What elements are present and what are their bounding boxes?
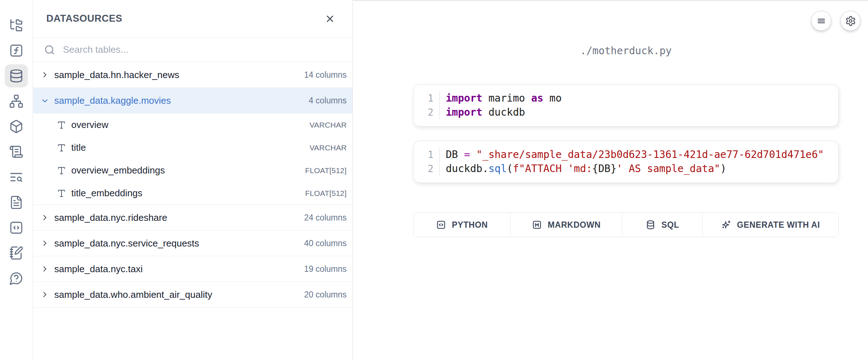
package-box-icon [5,115,28,138]
line-number: 1 [414,91,433,106]
table-column-count: 24 columns [304,213,347,223]
table-name: sample_data.nyc.rideshare [54,212,167,223]
text-search-icon [5,166,28,189]
code-token: marimo [482,92,531,104]
code-token [470,149,476,160]
add-cell-bar: PYTHON MARKDOWN SQL GENERATE WITH AI [413,213,839,237]
add-sql-cell-button[interactable]: SQL [622,213,703,237]
table-name: sample_data.kaggle.movies [54,95,171,106]
network-icon [5,90,28,113]
rail-item-datasources[interactable] [4,63,29,89]
code-editor[interactable]: import marimo as mo import duckdb [440,91,562,119]
notebook-area: ./motherduck.py 1 2 import marimo as mo … [353,0,868,360]
table-name: sample_data.hn.hacker_news [54,69,179,81]
rail-item-snippets[interactable] [4,215,29,240]
column-row-overview-embeddings[interactable]: overview_embeddings FLOAT[512] [33,159,352,182]
code-token: sql [488,163,507,175]
chevron-right-icon [41,265,49,273]
rail-item-variables[interactable] [4,38,29,63]
code-token: = [464,149,470,160]
code-square-icon [5,216,28,239]
type-text-icon [57,120,66,130]
notebook-pen-icon [5,241,28,265]
close-panel-button[interactable] [322,11,338,27]
table-row-who-ambient-air-quality[interactable]: sample_data.who.ambient_air_quality 20 c… [33,282,352,308]
rail-item-dependencies[interactable] [4,89,29,114]
column-type: VARCHAR [309,143,347,152]
table-column-count: 19 columns [304,264,347,274]
search-tables-input[interactable] [63,44,347,55]
help-chat-icon [5,267,28,290]
scroll-text-icon [5,140,28,163]
column-name: title [71,142,86,153]
settings-button[interactable] [841,11,860,31]
add-cell-label: GENERATE WITH AI [737,220,820,230]
column-name: title_embeddings [71,188,143,199]
table-column-count: 4 columns [309,96,347,106]
code-line: import marimo as mo [446,91,562,106]
line-number-gutter: 1 2 [414,148,440,176]
chevron-right-icon [41,70,49,79]
code-token: mo [543,92,562,104]
code-line: DB = "_share/sample_data/23b0d623-1361-4… [446,148,824,162]
menu-icon [816,16,827,26]
function-square-icon [5,39,28,62]
chevron-right-icon [41,213,49,222]
search-icon [44,44,55,55]
code-token: duckdb [482,106,525,118]
add-markdown-cell-button[interactable]: MARKDOWN [511,213,622,237]
icon-rail [0,0,33,360]
rail-item-packages[interactable] [4,114,29,139]
chevron-right-icon [41,290,49,299]
table-row-nyc-rideshare[interactable]: sample_data.nyc.rideshare 24 columns [33,205,352,231]
code-token: ( [507,163,513,175]
type-text-icon [57,189,66,198]
settings-gear-icon [845,16,856,26]
code-token: DB [446,149,464,160]
add-cell-label: PYTHON [452,220,488,230]
column-row-overview[interactable]: overview VARCHAR [33,113,352,136]
table-row-nyc-service-requests[interactable]: sample_data.nyc.service_requests 40 colu… [33,231,352,256]
database-icon [5,64,28,87]
type-text-icon [57,166,66,175]
rail-item-help[interactable] [4,266,29,291]
add-python-cell-button[interactable]: PYTHON [414,213,511,237]
table-name: sample_data.nyc.taxi [54,263,143,275]
file-tree-icon [5,14,28,37]
code-token: f"ATTACH 'md: [513,163,592,175]
table-row-kaggle-movies[interactable]: sample_data.kaggle.movies 4 columns [33,88,352,113]
table-name: sample_data.nyc.service_requests [54,238,199,249]
add-cell-label: MARKDOWN [548,220,601,230]
generate-with-ai-button[interactable]: GENERATE WITH AI [703,213,838,237]
chevron-right-icon [41,239,49,248]
close-icon [325,13,335,24]
table-column-count: 20 columns [304,290,347,300]
code-square-icon [436,220,446,230]
table-name: sample_data.who.ambient_air_quality [54,289,212,300]
window-top-strip [353,0,868,1]
table-row-hacker-news[interactable]: sample_data.hn.hacker_news 14 columns [33,62,352,88]
code-cell-attach-db: 1 2 DB = "_share/sample_data/23b0d623-13… [413,141,839,183]
line-number: 2 [414,162,433,176]
panel-title: DATASOURCES [46,13,122,24]
code-editor[interactable]: DB = "_share/sample_data/23b0d623-1361-4… [440,148,824,176]
column-row-title-embeddings[interactable]: title_embeddings FLOAT[512] [33,182,352,205]
code-token: as [531,92,543,104]
rail-item-scratchpad[interactable] [4,240,29,266]
column-row-title[interactable]: title VARCHAR [33,136,352,159]
notebook-menu-button[interactable] [811,11,831,31]
chevron-down-icon [41,97,49,105]
code-line: duckdb.sql(f"ATTACH 'md:{DB}' AS sample_… [446,162,824,176]
rail-item-documentation[interactable] [4,190,29,215]
code-token: import [446,92,482,104]
database-icon [645,220,656,230]
rail-item-outline[interactable] [4,139,29,164]
rail-item-logs[interactable] [4,164,29,190]
rail-item-file-explorer[interactable] [4,13,29,38]
table-column-count: 14 columns [304,70,347,80]
notebook-filename[interactable]: ./motherduck.py [413,45,839,57]
column-name: overview_embeddings [71,165,165,176]
add-cell-label: SQL [661,220,679,230]
table-search-row [33,38,352,62]
table-row-nyc-taxi[interactable]: sample_data.nyc.taxi 19 columns [33,256,352,282]
